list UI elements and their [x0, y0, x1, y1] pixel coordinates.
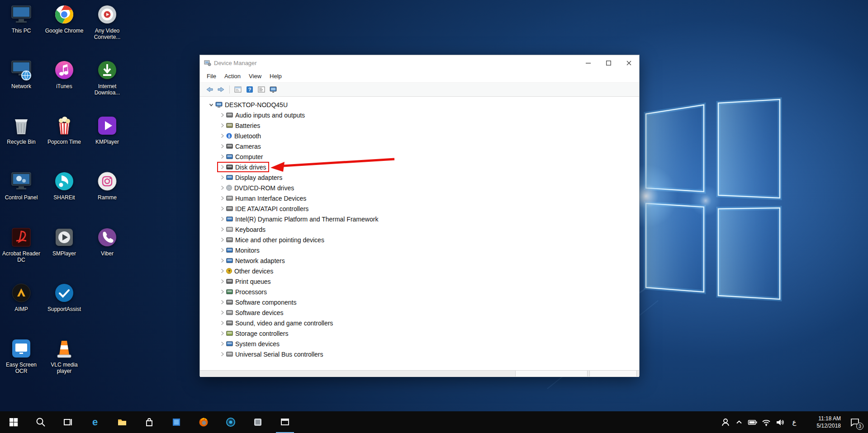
tree-item-human-interface-devices[interactable]: Human Interface Devices [217, 193, 639, 203]
chevron-right-icon[interactable] [218, 237, 226, 242]
desktop-icon-supportassist[interactable]: SupportAssist [43, 281, 85, 312]
chevron-right-icon[interactable] [218, 113, 226, 118]
wifi-icon[interactable] [759, 411, 773, 433]
language-indicator[interactable]: ع [787, 418, 802, 426]
desktop-icon-easy-screen-ocr[interactable]: Easy Screen OCR [0, 337, 43, 375]
taskbar-app-app-window[interactable] [271, 411, 299, 433]
chevron-right-icon[interactable] [218, 175, 226, 180]
chevron-right-icon[interactable] [218, 196, 226, 201]
battery-icon[interactable] [746, 411, 759, 433]
close-button[interactable] [619, 55, 639, 71]
tree-item-keyboards[interactable]: Keyboards [217, 224, 639, 235]
tree-item-intel-r-dynamic-platform-and-thermal-framework[interactable]: Intel(R) Dynamic Platform and Thermal Fr… [217, 214, 639, 224]
computer-button[interactable] [267, 84, 279, 95]
tree-item-bluetooth[interactable]: Bluetooth [217, 131, 639, 141]
chevron-right-icon[interactable] [218, 227, 226, 232]
tree-item-network-adapters[interactable]: Network adapters [217, 255, 639, 266]
taskbar-app-store[interactable] [136, 411, 163, 433]
desktop-icon-ramme[interactable]: Ramme [86, 169, 128, 201]
taskbar-app-edge[interactable]: e [81, 411, 109, 433]
taskbar-app-file-explorer[interactable] [109, 411, 136, 433]
tree-item-mice-and-other-pointing-devices[interactable]: Mice and other pointing devices [217, 235, 639, 245]
chevron-right-icon[interactable] [218, 320, 226, 325]
chevron-right-icon[interactable] [218, 300, 226, 305]
tree-item-storage-controllers[interactable]: Storage controllers [217, 328, 639, 339]
tree-item-system-devices[interactable]: System devices [217, 339, 639, 349]
tree-item-other-devices[interactable]: ?Other devices [217, 266, 639, 276]
taskbar-app-photos[interactable] [163, 411, 190, 433]
tree-item-batteries[interactable]: Batteries [217, 120, 639, 131]
start-button[interactable] [0, 411, 27, 433]
tree-item-ide-ata-atapi-controllers[interactable]: IDE ATA/ATAPI controllers [217, 203, 639, 214]
tree-item-software-devices[interactable]: Software devices [217, 307, 639, 318]
chevron-right-icon[interactable] [218, 268, 226, 273]
tree-item-audio-inputs-and-outputs[interactable]: Audio inputs and outputs [217, 110, 639, 120]
desktop-icon-popcorn-time[interactable]: Popcorn Time [43, 114, 85, 145]
chevron-right-icon[interactable] [218, 310, 226, 315]
tree-item-disk-drives[interactable]: Disk drives [217, 162, 639, 172]
tree-item-monitors[interactable]: Monitors [217, 245, 639, 255]
desktop-icon-viber[interactable]: Viber [86, 226, 128, 257]
chevron-right-icon[interactable] [218, 279, 226, 284]
desktop-icon-itunes[interactable]: iTunes [43, 58, 85, 89]
maximize-button[interactable] [598, 55, 619, 71]
desktop-icon-idm[interactable]: Internet Downloa... [86, 58, 128, 96]
desktop-icon-network[interactable]: Network [0, 58, 43, 89]
chevron-right-icon[interactable] [218, 341, 226, 346]
help-button[interactable]: ? [244, 84, 256, 95]
search-button[interactable] [27, 411, 54, 433]
tree-item-universal-serial-bus-controllers[interactable]: Universal Serial Bus controllers [217, 349, 639, 359]
window-titlebar[interactable]: Device Manager [200, 55, 639, 71]
tree-item-processors[interactable]: Processors [217, 287, 639, 297]
menu-action[interactable]: Action [220, 71, 245, 82]
chevron-right-icon[interactable] [218, 258, 226, 263]
chevron-right-icon[interactable] [218, 123, 226, 128]
tree-item-sound-video-and-game-controllers[interactable]: Sound, video and game controllers [217, 318, 639, 328]
desktop-icon-control-panel[interactable]: Control Panel [0, 169, 43, 201]
tree-item-print-queues[interactable]: Print queues [217, 276, 639, 287]
chevron-right-icon[interactable] [218, 154, 226, 159]
chevron-right-icon[interactable] [218, 216, 226, 221]
desktop-icon-shareit[interactable]: SHAREit [43, 169, 85, 201]
clock[interactable]: 11:18 AM 5/12/2018 [802, 415, 844, 429]
minimize-button[interactable] [578, 55, 598, 71]
chevron-up-icon[interactable] [732, 411, 746, 433]
desktop-icon-any-video-converter[interactable]: Any Video Converte... [86, 3, 128, 41]
desktop-icon-this-pc[interactable]: This PC [0, 3, 43, 34]
action-center-button[interactable]: 3 [844, 411, 865, 433]
desktop-icon-chrome[interactable]: Google Chrome [43, 3, 85, 34]
tree-item-display-adapters[interactable]: Display adapters [217, 172, 639, 183]
tree-item-computer[interactable]: Computer [217, 151, 639, 162]
desktop-icon-vlc[interactable]: VLC media player [43, 337, 85, 375]
chevron-right-icon[interactable] [218, 206, 226, 211]
task-view-button[interactable] [54, 411, 81, 433]
desktop-icon-kmplayer[interactable]: KMPlayer [86, 114, 128, 145]
console-window-button[interactable] [232, 84, 244, 95]
tree-root-row[interactable]: DESKTOP-NODQ45U [206, 99, 639, 110]
taskbar-app-firefox[interactable] [190, 411, 217, 433]
people-icon[interactable] [719, 411, 732, 433]
chevron-right-icon[interactable] [218, 331, 226, 336]
chevron-right-icon[interactable] [218, 144, 226, 149]
tree-item-software-components[interactable]: Software components [217, 297, 639, 307]
desktop-icon-smplayer[interactable]: SMPlayer [43, 226, 85, 257]
chevron-right-icon[interactable] [218, 248, 226, 253]
back-button[interactable] [204, 84, 215, 95]
chevron-right-icon[interactable] [218, 165, 226, 169]
chevron-right-icon[interactable] [218, 289, 226, 294]
desktop-icon-recycle-bin[interactable]: Recycle Bin [0, 114, 43, 145]
chevron-right-icon[interactable] [218, 133, 226, 138]
desktop-icon-aimp[interactable]: AIMP [0, 281, 43, 312]
menu-file[interactable]: File [203, 71, 220, 82]
taskbar-app-app-gray[interactable] [244, 411, 271, 433]
tree-item-cameras[interactable]: Cameras [217, 141, 639, 151]
chevron-down-icon[interactable] [208, 103, 215, 107]
menu-help[interactable]: Help [266, 71, 286, 82]
taskbar-app-app-blue[interactable] [217, 411, 244, 433]
desktop-icon-acrobat[interactable]: Acrobat Reader DC [0, 226, 43, 264]
volume-icon[interactable] [773, 411, 787, 433]
chevron-right-icon[interactable] [218, 185, 226, 190]
tree-item-dvd-cd-rom-drives[interactable]: DVD/CD-ROM drives [217, 183, 639, 193]
chevron-right-icon[interactable] [218, 352, 226, 357]
menu-view[interactable]: View [245, 71, 266, 82]
